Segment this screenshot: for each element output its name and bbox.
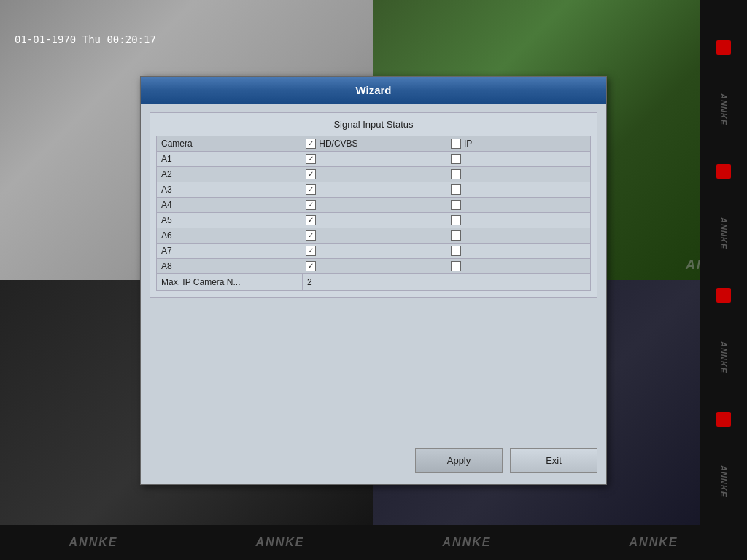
ip-cell bbox=[446, 197, 590, 212]
table-row: A6 bbox=[157, 228, 591, 243]
camera-cell: A8 bbox=[157, 258, 301, 273]
camera-cell: A7 bbox=[157, 243, 301, 258]
ip-checkbox-A2[interactable] bbox=[451, 169, 461, 179]
exit-button[interactable]: Exit bbox=[510, 448, 597, 473]
table-row: A1 bbox=[157, 151, 591, 166]
dialog-footer: Apply Exit bbox=[141, 438, 606, 484]
col-header-hdcvbs: HD/CVBS bbox=[301, 136, 446, 151]
max-ip-row: Max. IP Camera N... 2 bbox=[156, 274, 591, 291]
hdcvbs-cell bbox=[301, 197, 446, 212]
hdcvbs-checkbox-A1[interactable] bbox=[306, 154, 316, 164]
dialog-title: Wizard bbox=[355, 84, 391, 96]
hdcvbs-header-checkbox[interactable] bbox=[306, 139, 316, 149]
hdcvbs-cell bbox=[301, 151, 446, 166]
col-header-ip: IP bbox=[446, 136, 590, 151]
table-row: A3 bbox=[157, 182, 591, 197]
ip-header-checkbox[interactable] bbox=[451, 139, 461, 149]
ip-checkbox-A4[interactable] bbox=[451, 200, 461, 210]
ip-checkbox-A5[interactable] bbox=[451, 215, 461, 225]
ip-cell bbox=[446, 166, 590, 182]
wizard-dialog: Wizard Signal Input Status Camera HD/CVB… bbox=[140, 76, 607, 485]
ip-cell bbox=[446, 151, 590, 166]
camera-cell: A5 bbox=[157, 212, 301, 228]
dialog-title-bar: Wizard bbox=[141, 77, 606, 104]
camera-cell: A6 bbox=[157, 228, 301, 243]
max-ip-value: 2 bbox=[303, 274, 590, 290]
dialog-body: Signal Input Status Camera HD/CVBS bbox=[141, 104, 606, 306]
hdcvbs-cell bbox=[301, 228, 446, 243]
hdcvbs-cell bbox=[301, 212, 446, 228]
hdcvbs-checkbox-A5[interactable] bbox=[306, 215, 316, 225]
camera-cell: A3 bbox=[157, 182, 301, 197]
hdcvbs-checkbox-A4[interactable] bbox=[306, 200, 316, 210]
max-ip-label: Max. IP Camera N... bbox=[157, 274, 303, 290]
ip-cell bbox=[446, 243, 590, 258]
hdcvbs-checkbox-A3[interactable] bbox=[306, 184, 316, 195]
hdcvbs-cell bbox=[301, 243, 446, 258]
signal-section: Signal Input Status Camera HD/CVBS bbox=[150, 112, 597, 298]
hdcvbs-checkbox-A2[interactable] bbox=[306, 169, 316, 179]
signal-section-title: Signal Input Status bbox=[156, 119, 591, 130]
hdcvbs-cell bbox=[301, 182, 446, 197]
ip-cell bbox=[446, 182, 590, 197]
apply-button[interactable]: Apply bbox=[415, 448, 503, 473]
col-header-camera: Camera bbox=[157, 136, 301, 151]
signal-table: Camera HD/CVBS IP bbox=[156, 136, 591, 274]
hdcvbs-cell bbox=[301, 166, 446, 182]
ip-cell bbox=[446, 212, 590, 228]
ip-checkbox-A7[interactable] bbox=[451, 246, 461, 256]
camera-cell: A2 bbox=[157, 166, 301, 182]
dialog-overlay: Wizard Signal Input Status Camera HD/CVB… bbox=[0, 0, 747, 560]
hdcvbs-cell bbox=[301, 258, 446, 273]
table-row: A7 bbox=[157, 243, 591, 258]
table-row: A8 bbox=[157, 258, 591, 273]
table-row: A4 bbox=[157, 197, 591, 212]
hdcvbs-checkbox-A8[interactable] bbox=[306, 261, 316, 271]
ip-cell bbox=[446, 258, 590, 273]
table-row: A5 bbox=[157, 212, 591, 228]
camera-cell: A1 bbox=[157, 151, 301, 166]
hdcvbs-checkbox-A7[interactable] bbox=[306, 246, 316, 256]
camera-cell: A4 bbox=[157, 197, 301, 212]
ip-checkbox-A3[interactable] bbox=[451, 184, 461, 195]
hdcvbs-checkbox-A6[interactable] bbox=[306, 230, 316, 241]
ip-checkbox-A8[interactable] bbox=[451, 261, 461, 271]
ip-checkbox-A1[interactable] bbox=[451, 154, 461, 164]
ip-cell bbox=[446, 228, 590, 243]
table-row: A2 bbox=[157, 166, 591, 182]
ip-checkbox-A6[interactable] bbox=[451, 230, 461, 241]
